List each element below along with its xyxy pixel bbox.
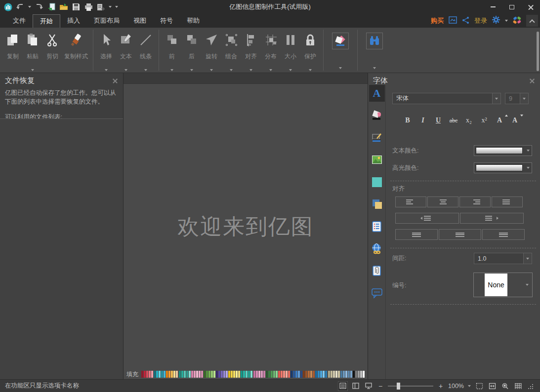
subscript-button[interactable]: x₂ <box>463 115 474 124</box>
fill-swatch[interactable] <box>333 371 335 378</box>
fill-swatch[interactable] <box>184 371 186 378</box>
group-button[interactable]: 组合 <box>221 30 241 73</box>
fill-swatch[interactable] <box>261 371 263 378</box>
underline-button[interactable]: U <box>433 115 444 124</box>
fill-swatch[interactable] <box>360 371 362 378</box>
fill-swatch[interactable] <box>181 371 183 378</box>
fill-swatch[interactable] <box>283 371 285 378</box>
fill-swatch[interactable] <box>291 371 292 378</box>
spacing-dropdown-icon[interactable] <box>523 253 532 264</box>
comment-bubble-icon[interactable] <box>369 285 385 302</box>
fill-swatch[interactable] <box>179 371 181 378</box>
increase-indent-button[interactable] <box>460 213 524 224</box>
align-button[interactable]: 对齐 <box>241 30 261 73</box>
valign-bottom-button[interactable] <box>482 229 525 240</box>
fill-swatch[interactable] <box>358 371 360 378</box>
fill-swatch[interactable] <box>338 371 340 378</box>
select-dropdown-icon[interactable] <box>105 69 108 71</box>
resize-grip[interactable] <box>527 383 533 389</box>
grow-font-button[interactable]: A <box>494 115 505 124</box>
cut-button[interactable]: 剪切 <box>42 30 62 73</box>
tab-view[interactable]: 视图 <box>126 14 153 28</box>
align-justify-button[interactable] <box>492 196 523 207</box>
fill-swatch[interactable] <box>221 371 223 378</box>
fill-swatch[interactable] <box>281 371 283 378</box>
font-tab-icon[interactable]: A <box>369 85 385 102</box>
fill-swatch[interactable] <box>355 371 357 378</box>
tab-file[interactable]: 文件 <box>6 14 33 28</box>
fill-swatch[interactable] <box>318 371 320 378</box>
align-right-button[interactable] <box>459 196 491 207</box>
fill-swatch[interactable] <box>340 371 342 378</box>
fill-style-dropdown-icon[interactable] <box>339 67 342 69</box>
fill-swatch[interactable] <box>159 371 161 378</box>
highlight-color-dropdown-icon[interactable] <box>524 163 532 173</box>
fill-swatch[interactable] <box>233 371 235 378</box>
copy-button[interactable]: 复制 <box>3 30 23 73</box>
fill-swatch[interactable] <box>161 371 163 378</box>
fill-swatch[interactable] <box>331 371 332 378</box>
fill-swatch[interactable] <box>305 371 307 378</box>
fill-swatch[interactable] <box>273 371 275 378</box>
fill-swatch[interactable] <box>256 371 258 378</box>
font-size-dropdown-icon[interactable] <box>520 93 528 104</box>
fill-swatch[interactable] <box>268 371 270 378</box>
find-button[interactable] <box>361 30 388 73</box>
format-painter-button[interactable]: 复制样式 <box>62 30 90 73</box>
zoom-slider[interactable] <box>388 382 433 390</box>
fill-swatch[interactable] <box>243 371 245 378</box>
view-normal-icon[interactable] <box>338 382 347 391</box>
fill-swatch[interactable] <box>258 371 260 378</box>
fill-swatch[interactable] <box>303 371 305 378</box>
fill-swatch[interactable] <box>216 371 218 378</box>
fill-swatch[interactable] <box>293 371 295 378</box>
undo-dropdown-icon[interactable] <box>28 6 31 8</box>
fill-bucket-icon[interactable] <box>369 107 385 124</box>
fill-swatch[interactable] <box>218 371 220 378</box>
align-left-button[interactable] <box>395 196 426 207</box>
fill-swatch[interactable] <box>236 371 238 378</box>
italic-button[interactable]: I <box>417 115 428 124</box>
valign-middle-button[interactable] <box>439 229 481 240</box>
buy-button[interactable]: 购买 <box>431 16 444 25</box>
fill-swatch[interactable] <box>213 371 215 378</box>
picture-icon[interactable] <box>369 152 385 168</box>
align-dropdown-icon[interactable] <box>249 69 252 71</box>
fill-swatch[interactable] <box>246 371 248 378</box>
fill-swatch[interactable] <box>320 371 322 378</box>
fill-swatch[interactable] <box>231 371 233 378</box>
size-dropdown-icon[interactable] <box>289 69 292 71</box>
fill-swatch[interactable] <box>300 371 302 378</box>
fill-swatch[interactable] <box>171 371 173 378</box>
export-icon[interactable] <box>96 2 105 11</box>
fill-swatch[interactable] <box>206 371 208 378</box>
fill-swatch[interactable] <box>310 371 312 378</box>
tab-symbols[interactable]: 符号 <box>153 14 180 28</box>
fill-swatch[interactable] <box>276 371 278 378</box>
fill-swatch[interactable] <box>335 371 337 378</box>
redo-icon[interactable] <box>35 2 43 11</box>
rotate-dropdown-icon[interactable] <box>210 69 213 71</box>
fill-swatch[interactable] <box>199 371 201 378</box>
text-dropdown-icon[interactable] <box>125 69 127 71</box>
fill-swatch[interactable] <box>263 371 265 378</box>
fill-swatch[interactable] <box>298 371 300 378</box>
maximize-button[interactable] <box>502 0 521 14</box>
view-presentation-icon[interactable] <box>364 382 373 391</box>
highlight-color-select[interactable] <box>474 162 532 173</box>
fill-swatch[interactable] <box>144 371 146 378</box>
settings-dropdown-icon[interactable] <box>505 20 508 22</box>
fill-swatch[interactable] <box>253 371 255 378</box>
font-name-dropdown-icon[interactable] <box>492 93 500 104</box>
strikethrough-button[interactable]: abc <box>448 115 459 124</box>
new-file-icon[interactable] <box>47 2 56 11</box>
open-file-icon[interactable] <box>59 2 68 11</box>
numbering-select[interactable]: None <box>473 273 533 297</box>
fill-swatch[interactable] <box>288 371 290 378</box>
tab-home[interactable]: 开始 <box>33 14 60 28</box>
fill-style-button[interactable] <box>327 30 354 73</box>
fit-page-icon[interactable] <box>488 382 497 391</box>
export-dropdown-icon[interactable] <box>109 6 112 8</box>
layer-squares-icon[interactable] <box>369 196 385 213</box>
fill-swatch[interactable] <box>141 371 143 378</box>
